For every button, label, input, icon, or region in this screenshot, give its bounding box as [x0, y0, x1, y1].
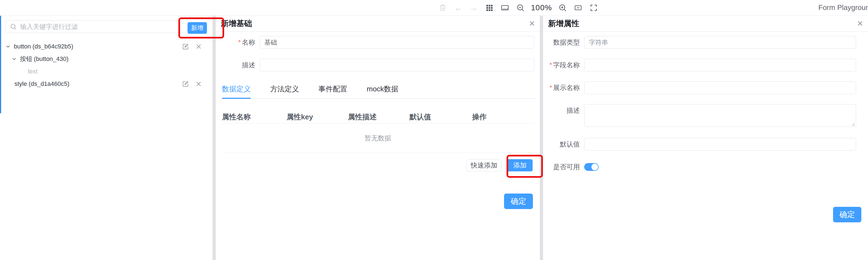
- canvas-toolbar: ← → 100%: [438, 2, 599, 14]
- desc-textarea[interactable]: [584, 104, 856, 127]
- dialog-header: 新增属性 ×: [543, 16, 868, 32]
- dialog-body: *名称 描述 数据定义 方法定义 事件配置 mock数据 属性名称 属性key …: [216, 32, 540, 172]
- quick-add-button[interactable]: 快速添加: [467, 159, 501, 172]
- confirm-button[interactable]: 确定: [833, 207, 861, 222]
- desc-input[interactable]: [260, 59, 534, 71]
- dialog-add-basic: 新增基础 × *名称 描述 数据定义 方法定义 事件配置 mock数据 属性名称: [216, 16, 540, 260]
- confirm-button[interactable]: 确定: [504, 193, 533, 209]
- form-row-name: *名称: [219, 36, 536, 49]
- default-value-input[interactable]: [584, 138, 856, 151]
- column-header: 默认值: [409, 112, 472, 122]
- dialog-tabs: 数据定义 方法定义 事件配置 mock数据: [222, 84, 536, 99]
- field-label: 是否可用: [543, 160, 584, 173]
- component-tree: button (ds_b64c92b5) 按钮 (button_430) tex…: [0, 40, 211, 90]
- close-icon[interactable]: ×: [529, 18, 535, 29]
- search-input[interactable]: [20, 23, 178, 31]
- form-row-data-type: 数据类型: [543, 36, 868, 49]
- tab-method-definition[interactable]: 方法定义: [270, 84, 299, 98]
- enabled-toggle[interactable]: [584, 163, 599, 171]
- tree-item-label: text: [28, 68, 37, 75]
- toggle-knob: [591, 164, 598, 170]
- zoom-in-icon[interactable]: [558, 3, 567, 13]
- tree-search-box: [5, 20, 182, 33]
- dialog-body: 数据类型 *字段名称 *展示名称 描述: [543, 32, 868, 173]
- redo-icon[interactable]: →: [469, 3, 479, 13]
- form-row-desc: 描述: [219, 59, 536, 71]
- column-header: 属性key: [286, 112, 348, 122]
- delete-x-icon[interactable]: [195, 43, 202, 50]
- component-tree-panel: 新增 button (ds_b64c92b5): [0, 16, 216, 260]
- tree-item-label: 按钮 (button_430): [20, 55, 68, 63]
- name-input[interactable]: [260, 36, 534, 49]
- dialog-title: 新增基础: [221, 18, 252, 29]
- dialog-header: 新增基础 ×: [216, 16, 540, 32]
- field-label: *字段名称: [543, 59, 584, 71]
- form-row-field-name: *字段名称: [543, 59, 868, 71]
- left-panel-scrollbar[interactable]: [213, 16, 216, 260]
- app-title: Form Playground F: [818, 3, 868, 12]
- tree-item-label: button (ds_b64c92b5): [14, 43, 73, 50]
- zoom-level: 100%: [531, 3, 552, 12]
- zoom-out-icon[interactable]: [516, 3, 525, 13]
- table-empty-text: 暂无数据: [222, 123, 534, 153]
- form-row-enabled: 是否可用: [543, 160, 868, 173]
- undo-icon[interactable]: ←: [453, 3, 463, 13]
- tree-item-text[interactable]: text: [0, 65, 211, 78]
- tab-mock-data[interactable]: mock数据: [367, 84, 398, 98]
- textarea-wrap: [584, 104, 856, 128]
- tree-item-label: style (ds_d1a460c5): [14, 80, 69, 87]
- tab-data-definition[interactable]: 数据定义: [222, 84, 251, 98]
- middle-panel-scrollbar[interactable]: [540, 16, 543, 260]
- column-header: 属性名称: [222, 112, 286, 122]
- display-name-input[interactable]: [584, 81, 856, 94]
- search-icon: [10, 23, 17, 30]
- form-row-default: 默认值: [543, 138, 868, 151]
- column-header: 操作: [472, 112, 534, 122]
- data-type-select[interactable]: [584, 36, 856, 49]
- chevron-down-icon[interactable]: [5, 43, 11, 49]
- delete-x-icon[interactable]: [195, 81, 202, 87]
- top-bar: ← → 100% Form: [0, 0, 868, 15]
- field-label: 描述: [543, 104, 584, 117]
- delete-icon[interactable]: [438, 3, 448, 13]
- split-panel-icon[interactable]: [573, 3, 583, 13]
- form-row-display-name: *展示名称: [543, 81, 868, 94]
- edit-icon[interactable]: [182, 43, 189, 50]
- ruler-panel-icon[interactable]: [500, 3, 510, 13]
- tree-row-actions: [182, 40, 202, 52]
- field-label: *名称: [219, 36, 260, 49]
- tree-item-style[interactable]: style (ds_d1a460c5): [0, 78, 211, 90]
- field-name-input[interactable]: [584, 59, 856, 71]
- column-header: 属性描述: [348, 112, 409, 122]
- required-marker: *: [550, 84, 552, 91]
- edit-icon[interactable]: [182, 80, 189, 87]
- panels-area: 新增 button (ds_b64c92b5): [0, 15, 868, 260]
- required-marker: *: [238, 38, 241, 46]
- table-header-row: 属性名称 属性key 属性描述 默认值 操作: [222, 111, 534, 123]
- required-marker: *: [550, 61, 552, 69]
- form-row-desc: 描述: [543, 104, 868, 128]
- tab-event-config[interactable]: 事件配置: [318, 84, 347, 98]
- add-property-button[interactable]: 添加: [507, 159, 533, 172]
- grid-icon[interactable]: [484, 3, 494, 13]
- close-icon[interactable]: ×: [857, 18, 863, 29]
- tree-item-anniu[interactable]: 按钮 (button_430): [0, 52, 211, 65]
- field-label: 数据类型: [543, 36, 584, 49]
- fullscreen-icon[interactable]: [589, 3, 599, 13]
- add-datasource-button[interactable]: 新增: [188, 22, 207, 34]
- field-label: *展示名称: [543, 81, 584, 94]
- chevron-down-icon[interactable]: [11, 56, 17, 62]
- dialog-title: 新增属性: [548, 18, 579, 29]
- dialog-add-attribute: 新增属性 × 数据类型 *字段名称 *展示名称 描述: [543, 16, 868, 260]
- table-footer: 快速添加 添加: [219, 159, 533, 172]
- field-label: 默认值: [543, 138, 584, 151]
- field-label: 描述: [219, 59, 260, 71]
- tree-row-actions: [182, 78, 202, 90]
- tree-item-button[interactable]: button (ds_b64c92b5): [0, 40, 211, 52]
- properties-table: 属性名称 属性key 属性描述 默认值 操作 暂无数据: [222, 111, 534, 153]
